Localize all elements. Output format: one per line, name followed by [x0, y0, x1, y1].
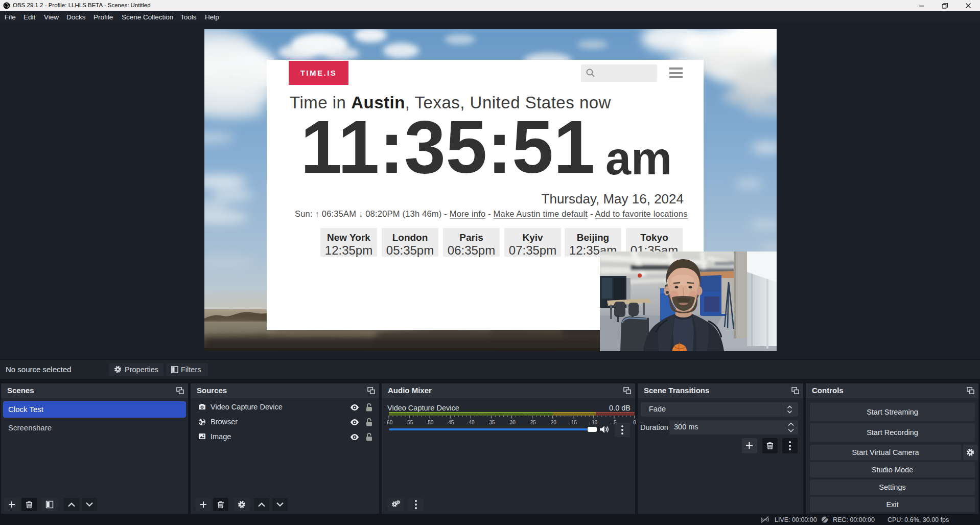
svg-text:-10: -10 [590, 420, 598, 425]
svg-text:-60: -60 [385, 420, 393, 425]
svg-text:0: 0 [633, 420, 636, 425]
svg-text:-30: -30 [508, 420, 516, 425]
svg-text:-15: -15 [570, 420, 577, 425]
svg-text:-55: -55 [406, 420, 413, 425]
svg-text:-45: -45 [447, 420, 454, 425]
svg-text:-35: -35 [487, 420, 495, 425]
svg-text:-20: -20 [549, 420, 556, 425]
svg-text:-50: -50 [426, 420, 434, 425]
svg-text:-25: -25 [528, 420, 536, 425]
svg-text:-40: -40 [467, 420, 475, 425]
